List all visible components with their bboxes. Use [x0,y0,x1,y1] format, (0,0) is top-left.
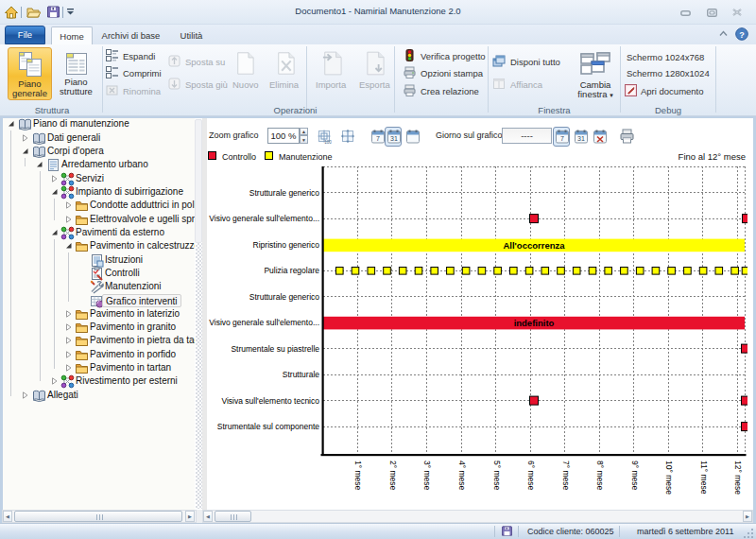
svg-text:5° mese: 5° mese [492,461,502,491]
svg-text:Strumentale su piastrelle: Strumentale su piastrelle [231,344,319,354]
svg-text:1° mese: 1° mese [353,461,363,491]
svg-text:Strutturale generico: Strutturale generico [249,188,319,198]
svg-text:Visivo generale sull'elemento.: Visivo generale sull'elemento... [209,214,319,223]
svg-text:Visivo generale sull'elemento.: Visivo generale sull'elemento... [209,318,319,327]
svg-text:9° mese: 9° mese [630,461,640,491]
svg-text:All'occorrenza: All'occorrenza [503,240,565,251]
svg-text:2° mese: 2° mese [388,461,398,491]
svg-text:Pulizia regolare: Pulizia regolare [264,266,319,275]
svg-text:indefinito: indefinito [514,318,555,328]
svg-text:Strutturale: Strutturale [283,370,319,379]
svg-text:3° mese: 3° mese [422,461,432,491]
svg-text:7° mese: 7° mese [561,461,571,491]
svg-text:11° mese: 11° mese [699,461,709,495]
svg-text:10° mese: 10° mese [664,461,674,495]
svg-text:6° mese: 6° mese [526,461,536,491]
svg-text:?: ? [739,30,745,40]
svg-text:Strumentale sul componente: Strumentale sul componente [217,422,319,431]
svg-text:4° mese: 4° mese [457,461,467,491]
svg-text:Visiva sull'elemento tecnico: Visiva sull'elemento tecnico [221,396,319,406]
svg-text:Strutturale generico: Strutturale generico [249,292,319,302]
svg-text:12° mese: 12° mese [733,461,743,495]
svg-text:Ripristino generico: Ripristino generico [253,240,320,250]
svg-text:8° mese: 8° mese [595,461,605,491]
